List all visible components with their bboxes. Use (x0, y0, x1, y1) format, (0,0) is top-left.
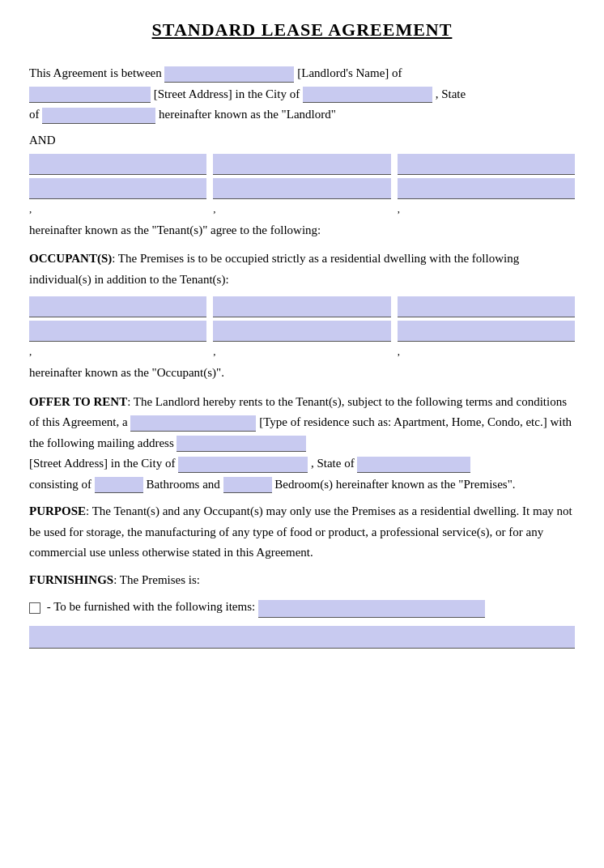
occupant-grid: , , , (29, 296, 575, 358)
tenant-cell-1: , (29, 154, 206, 215)
offer-text5: consisting of (29, 478, 91, 491)
occupant-field-1b[interactable] (29, 321, 206, 342)
bedrooms-field[interactable] (223, 477, 272, 493)
purpose-text: : The Tenant(s) and any Occupant(s) may … (29, 504, 572, 559)
furnish-label: - To be furnished with the following ite… (47, 600, 255, 613)
landlord-name-label: [Landlord's Name] of (297, 66, 402, 79)
tenant-grid: , , , (29, 154, 575, 215)
occupant-cell-2: , (213, 296, 390, 358)
occupants-known-label: hereinafter known as the "Occupant(s)". (29, 363, 575, 384)
tenant-field-3b[interactable] (398, 178, 575, 199)
state-label-1: , State (436, 87, 466, 100)
city2-field[interactable] (178, 457, 308, 473)
city1-field[interactable] (303, 87, 432, 103)
tenant-field-2a[interactable] (213, 154, 390, 175)
tenant-field-1a[interactable] (29, 154, 206, 175)
street-address-label: [Street Address] in the City of (154, 87, 303, 100)
furnish-items-field[interactable] (258, 600, 485, 618)
occupant-field-1a[interactable] (29, 296, 206, 317)
offer-section: OFFER TO RENT: The Landlord hereby rents… (29, 392, 575, 496)
state2-field[interactable] (357, 457, 470, 473)
furnishings-section: FURNISHINGS: The Premises is: (29, 570, 575, 591)
tenants-known-label: hereinafter known as the "Tenant(s)" agr… (29, 220, 575, 241)
occupant-field-2b[interactable] (213, 321, 390, 342)
occupants-bold: OCCUPANT(S) (29, 252, 112, 265)
page-title: STANDARD LEASE AGREEMENT (29, 19, 575, 40)
furnishings-text: : The Premises is: (113, 573, 200, 586)
intro-text-1: This Agreement is between (29, 66, 162, 79)
bathrooms-field[interactable] (95, 477, 143, 493)
tenant-field-1b[interactable] (29, 178, 206, 199)
furnish-checkbox[interactable] (29, 602, 40, 614)
occupant-field-3b[interactable] (398, 321, 575, 342)
offer-text3: [Street Address] in the City of (29, 457, 175, 470)
tenant-field-3a[interactable] (398, 154, 575, 175)
occupant-field-2a[interactable] (213, 296, 390, 317)
occupants-section: OCCUPANT(S): The Premises is to be occup… (29, 249, 575, 290)
offer-text7: Bedroom(s) hereinafter known as the "Pre… (274, 478, 515, 491)
tenant-cell-3: , (398, 154, 575, 215)
landlord-known-label: hereinafter known as the "Landlord" (159, 108, 336, 121)
offer-bold: OFFER TO RENT (29, 395, 127, 408)
tenant-field-2b[interactable] (213, 178, 390, 199)
landlord-name-field[interactable] (164, 66, 294, 83)
offer-text6: Bathrooms and (147, 478, 223, 491)
offer-text4: , State of (311, 457, 355, 470)
of-label: of (29, 108, 42, 121)
furnish-continuation-field[interactable] (29, 626, 575, 649)
mailing-address-field[interactable] (177, 436, 306, 452)
occupant-cell-1: , (29, 296, 206, 358)
occupant-field-3a[interactable] (398, 296, 575, 317)
street-address-field[interactable] (29, 87, 151, 103)
tenant-cell-2: , (213, 154, 390, 215)
purpose-section: PURPOSE: The Tenant(s) and any Occupant(… (29, 501, 575, 564)
state1-field[interactable] (42, 108, 155, 124)
furnishings-bold: FURNISHINGS (29, 573, 113, 586)
and-label: AND (29, 134, 575, 147)
residence-type-field[interactable] (130, 415, 256, 432)
intro-section: This Agreement is between [Landlord's Na… (29, 63, 575, 126)
occupant-cell-3: , (398, 296, 575, 358)
furnish-option: - To be furnished with the following ite… (29, 597, 575, 618)
purpose-bold: PURPOSE (29, 504, 86, 517)
